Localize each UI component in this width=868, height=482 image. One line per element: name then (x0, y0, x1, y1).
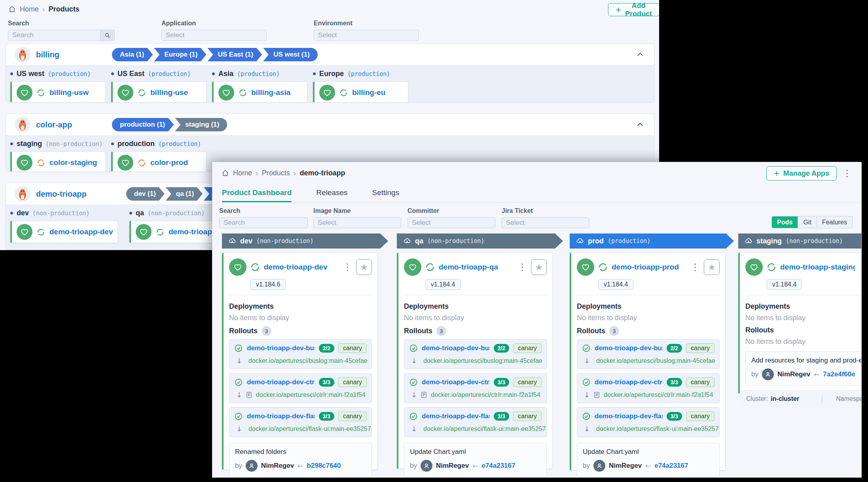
rollout-link[interactable]: demo-trioapp-dev-flask-ui (247, 412, 315, 420)
chip-dev[interactable]: dev (1) (126, 187, 165, 201)
down-arrow-icon: ↓ (411, 357, 417, 365)
jira-ticket-select[interactable] (502, 217, 589, 228)
image-name[interactable]: docker.io/aperturesci/buslog:main-45cefa… (596, 357, 715, 364)
breadcrumb-home[interactable]: Home (20, 5, 39, 13)
app-link[interactable]: demo-trioapp-staging (780, 263, 855, 271)
image-name[interactable]: docker.io/aperturesci/buslog:main-45cefa… (248, 357, 368, 364)
favorite-star-button[interactable]: ★ (356, 259, 372, 275)
app-card-demo-trioapp-prod: demo-trioapp-prod ⋮ ★ v1.184.4 Deploymen… (570, 252, 726, 471)
app-link[interactable]: billing-eu (352, 88, 385, 97)
app-card-billing-use[interactable]: billing-use (111, 82, 207, 102)
environment-select[interactable] (314, 30, 419, 41)
rollout-link[interactable]: demo-trioapp-dev-ctrlr (247, 378, 315, 386)
app-card-color-prod[interactable]: color-prod (111, 152, 207, 172)
product-name[interactable]: color-app (36, 120, 72, 129)
view-toggle-features[interactable]: Features (817, 216, 852, 228)
application-select[interactable] (161, 30, 267, 41)
app-link[interactable]: billing-usw (49, 88, 89, 97)
commit-hash-link[interactable]: 7a2e4f60e (823, 370, 855, 378)
search-icon[interactable] (100, 30, 115, 41)
app-link[interactable]: demo-trioapp-dev (264, 263, 339, 271)
rollout-link[interactable]: demo-trioapp-dev-buslog (422, 344, 490, 352)
rollouts-count-badge: 3 (436, 326, 446, 336)
env-kind: (non-production) (32, 210, 90, 217)
image-name[interactable]: docker.io/aperturesci/ctrlr:main-f2a1f54 (256, 391, 366, 399)
kebab-menu-icon[interactable]: ⋮ (859, 262, 862, 272)
chip-europe[interactable]: Europe (1) (154, 48, 206, 61)
add-product-button[interactable]: + Add Product (608, 3, 659, 16)
chip-staging[interactable]: staging (1) (175, 118, 227, 131)
app-link[interactable]: color-prod (150, 158, 188, 167)
search-input[interactable] (8, 30, 100, 41)
image-name[interactable]: docker.io/aperturesci/flask-ui:main-ee35… (423, 425, 546, 433)
image-doc-icon (420, 391, 428, 399)
rollout-item: demo-trioapp-dev-buslog 2/2 canary ↓ doc… (229, 339, 372, 369)
kebab-menu-icon[interactable]: ⋮ (842, 169, 852, 178)
commit-hash-link[interactable]: e74a23167 (654, 462, 688, 470)
breadcrumb-separator: › (256, 169, 258, 178)
app-card-billing-usw[interactable]: billing-usw (10, 82, 106, 102)
app-link[interactable]: demo-trioapp-qa (439, 263, 514, 271)
product-name[interactable]: demo-trioapp (36, 190, 87, 198)
image-name[interactable]: docker.io/aperturesci/ctrlr:main-f2a1f54 (604, 391, 713, 399)
rollout-link[interactable]: demo-trioapp-dev-ctrlr (422, 378, 490, 386)
health-heart-icon (17, 155, 32, 171)
rollouts-count-badge: 3 (262, 326, 271, 336)
replica-count-badge: 3/3 (494, 412, 509, 421)
tab-releases[interactable]: Releases (316, 184, 347, 202)
commit-hash-link[interactable]: e74a23167 (481, 462, 515, 470)
app-card-color-staging[interactable]: color-staging (10, 152, 106, 172)
tab-settings[interactable]: Settings (372, 184, 400, 202)
chip-production[interactable]: production (1) (112, 118, 174, 131)
product-name[interactable]: billing (36, 50, 59, 59)
image-name[interactable]: docker.io/aperturesci/flask-ui:main-ee35… (248, 425, 371, 433)
view-toggle-git[interactable]: Git (798, 216, 816, 228)
view-toggle-pods[interactable]: Pods (772, 216, 798, 228)
chip-us-west[interactable]: US west (1) (263, 48, 318, 61)
chip-qa[interactable]: qa (1) (166, 187, 203, 201)
env-banner-name: dev (240, 237, 252, 245)
app-card-demo-trioapp-dev: demo-trioapp-dev ⋮ ★ v1.184.6 Deployment… (222, 252, 378, 470)
breadcrumb: Home › Products (8, 5, 80, 14)
breadcrumb-home[interactable]: Home (233, 169, 252, 177)
rollout-link[interactable]: demo-trioapp-dev-buslog (595, 344, 663, 352)
commit-author: NimRegev (609, 462, 642, 470)
committer-select[interactable] (407, 217, 495, 228)
app-card-demo-trioapp-dev[interactable]: demo-trioapp-dev (10, 221, 118, 243)
rollout-link[interactable]: demo-trioapp-dev-buslog (247, 344, 315, 352)
app-link[interactable]: demo-trioapp-prod (612, 263, 686, 271)
author-avatar (246, 460, 258, 472)
image-name-select[interactable] (313, 217, 401, 228)
author-avatar (762, 368, 774, 380)
app-link[interactable]: billing-use (150, 88, 188, 97)
kebab-menu-icon[interactable]: ⋮ (517, 262, 527, 272)
rollout-link[interactable]: demo-trioapp-dev-ctrlr (595, 378, 663, 386)
rollout-link[interactable]: demo-trioapp-dev-flask-ui (422, 412, 490, 420)
chip-asia[interactable]: Asia (1) (112, 48, 153, 61)
image-name[interactable]: docker.io/aperturesci/buslog:main-45cefa… (423, 357, 542, 364)
manage-apps-button[interactable]: + Manage Apps (766, 166, 837, 180)
commit-hash-link[interactable]: b298c7640 (307, 462, 341, 470)
check-circle-icon (234, 378, 243, 387)
app-link[interactable]: demo-trioapp-dev (49, 228, 113, 236)
down-arrow-icon: ↓ (584, 391, 590, 399)
image-name[interactable]: docker.io/aperturesci/ctrlr:main-f2a1f54 (431, 391, 540, 399)
chip-us-east[interactable]: US East (1) (207, 48, 262, 61)
cloud-icon (576, 237, 584, 245)
breadcrumb-products[interactable]: Products (262, 169, 290, 177)
favorite-star-button[interactable]: ★ (704, 259, 720, 275)
app-card-billing-eu[interactable]: billing-eu (313, 82, 408, 102)
favorite-star-button[interactable]: ★ (531, 259, 547, 275)
app-link[interactable]: color-staging (49, 158, 97, 167)
image-name[interactable]: docker.io/aperturesci/flask-ui:main-ee35… (596, 425, 719, 433)
kebab-menu-icon[interactable]: ⋮ (690, 262, 700, 272)
app-card-billing-asia[interactable]: billing-asia (212, 82, 307, 102)
chevron-up-icon[interactable] (635, 120, 645, 130)
rollout-link[interactable]: demo-trioapp-dev-flask-ui (595, 412, 663, 420)
kebab-menu-icon[interactable]: ⋮ (343, 262, 352, 272)
deployments-heading: Deployments (229, 302, 372, 311)
app-link[interactable]: billing-asia (251, 88, 290, 97)
search-input[interactable] (219, 217, 308, 228)
tab-product-dashboard[interactable]: Product Dashboard (222, 184, 292, 202)
chevron-up-icon[interactable] (635, 49, 645, 60)
